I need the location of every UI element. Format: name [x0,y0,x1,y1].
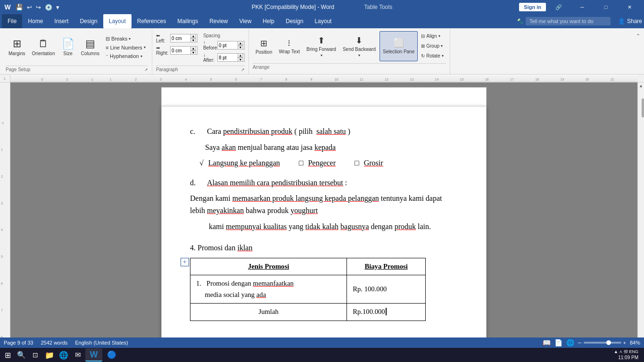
undo-icon[interactable]: ↩ [25,3,33,12]
statusbar: Page 9 of 33 2542 words English (United … [0,337,644,348]
tell-me-input[interactable] [526,17,611,25]
redo-icon[interactable]: ↪ [34,3,42,12]
spacing-before-field[interactable] [219,43,238,48]
share-icon-title[interactable]: 🔗 [548,0,570,14]
menu-design[interactable]: Design [74,14,103,28]
taskbar-task-view[interactable]: ⊡ [29,348,42,362]
taskbar-mail[interactable]: ✉ [71,348,84,362]
menu-help[interactable]: Help [257,14,280,28]
taskbar-uplotify[interactable]: 🔵 [103,348,120,362]
zoom-track[interactable] [584,342,621,344]
taskbar-browser[interactable]: 🌐 [57,348,70,362]
menu-review[interactable]: Review [204,14,233,28]
read-mode-icon[interactable]: 📖 [543,339,551,346]
taskbar-word-app[interactable]: W [85,348,102,362]
hyphenation-button[interactable]: ⁻ Hyphenation ▾ [103,52,148,60]
menu-references[interactable]: References [132,14,172,28]
breaks-button[interactable]: ⊟ Breaks ▾ [103,35,148,43]
scroll-thumb[interactable] [642,99,644,117]
language-info: English (United States) [75,340,128,346]
page-header-strip [161,87,487,106]
columns-button[interactable]: ▤ Columns [78,33,102,63]
wrap-text-button[interactable]: ⫶ Wrap Text [276,31,303,61]
tell-me-box: 🔦 [517,17,611,25]
spacing-before-down[interactable]: ▼ [238,45,243,49]
indent-right-down[interactable]: ▼ [190,50,196,55]
menu-insert[interactable]: Insert [49,14,74,28]
spacing-after-field[interactable] [219,55,238,60]
line-numbers-button[interactable]: ≡ Line Numbers ▾ [103,44,148,51]
columns-icon: ▤ [85,39,95,49]
bring-forward-button[interactable]: ⬆ Bring Forward ▾ [304,31,339,61]
taskbar-file-explorer[interactable]: 📁 [43,348,56,362]
spacing-before-input[interactable]: ▲ ▼ [217,41,245,49]
selection-pane-button[interactable]: ⬜ Selection Pane [380,31,418,61]
group-button[interactable]: ⊞ Group ▾ [419,41,446,50]
indent-left-field[interactable] [172,36,190,41]
cell-jumlah-value[interactable]: Rp.100.000 [347,304,426,321]
spacing-after-down[interactable]: ▼ [238,58,243,62]
menu-file[interactable]: File [2,14,22,28]
indent-left-down[interactable]: ▼ [190,38,196,42]
taskbar-search[interactable]: 🔍 [15,348,28,362]
vertical-scrollbar[interactable]: ▲ ▼ [637,82,644,350]
arrange-label: Arrange [253,63,446,71]
maximize-button[interactable]: □ [595,0,617,14]
page-setup-expand-icon[interactable]: ↗ [144,67,148,72]
close-button[interactable]: ✕ [619,0,640,14]
sign-in-button[interactable]: Sign in [519,3,546,11]
orientation-button[interactable]: 🗒 Orientation [29,33,58,63]
cell-biaya[interactable]: Rp. 100.000 [347,275,426,304]
start-button[interactable]: ⊞ [2,350,14,361]
cell-jenis[interactable]: 1. Promosi dengan memanfaatkan media soc… [190,275,347,304]
margins-button[interactable]: ⊞ Margins [6,33,28,63]
send-backward-button[interactable]: ⬇ Send Backward ▾ [340,31,379,61]
table-add-row-button[interactable]: + [181,258,189,266]
ruler-num: 9 [310,78,312,81]
ruler-num: ·2 [66,78,68,81]
scroll-up-button[interactable]: ▲ [638,82,644,89]
menu-home[interactable]: Home [22,14,49,28]
indent-left-up[interactable]: ▲ [190,34,196,38]
menu-mailings[interactable]: Mailings [172,14,204,28]
indent-right-up[interactable]: ▲ [190,46,196,50]
zoom-control[interactable]: ─ + [578,340,626,346]
indent-right-field[interactable] [172,48,190,53]
menu-table-design[interactable]: Design [280,14,309,28]
paragraph-expand-icon[interactable]: ↗ [241,67,245,72]
spacing-after-up[interactable]: ▲ [238,53,243,58]
checkbox-grosir: □ Grosir [355,157,383,169]
share-button[interactable]: 👤 Share [618,18,642,25]
document-area[interactable]: c. Cara pendistribusian produk ( pilih s… [10,82,637,350]
word-count: 2542 words [41,340,67,346]
zoom-percentage[interactable]: 84% [630,340,640,346]
minimize-button[interactable]: ─ [571,0,593,14]
collapse-ribbon-button[interactable]: ⌃ [634,31,642,41]
spacing-after-row: ↓ After: ▲ ▼ [203,52,245,63]
spacing-after-input[interactable]: ▲ ▼ [217,53,245,62]
spacing-before-up[interactable]: ▲ [238,41,243,45]
rotate-button[interactable]: ↻ Rotate ▾ [419,51,446,60]
taskbar-time-area[interactable]: ▲ ∧ 仰 ENG 11:09 PM [610,349,642,361]
disk-icon[interactable]: 💿 [43,3,54,12]
zoom-out-icon[interactable]: ─ [578,340,582,346]
line-numbers-icon: ≡ [106,45,108,50]
col-jenis-promosi: Jenis Promosi [190,258,347,275]
align-button[interactable]: ⊟ Align ▾ [419,31,446,41]
item-d-letter: d. [190,177,199,189]
indent-left-input[interactable]: ▲ ▼ [170,34,198,42]
position-button[interactable]: ⊞ Position [253,31,275,61]
menu-table-layout[interactable]: Layout [309,14,337,28]
menu-layout[interactable]: Layout [103,14,132,28]
item-c-block: c. Cara pendistribusian produk ( pilih s… [190,125,458,169]
hyphenation-icon: ⁻ [106,53,108,59]
indent-right-input[interactable]: ▲ ▼ [170,46,198,55]
zoom-in-icon[interactable]: + [623,340,626,346]
save-icon[interactable]: 💾 [14,3,25,12]
print-layout-icon[interactable]: 📄 [554,339,562,346]
position-icon: ⊞ [260,38,267,49]
menu-view[interactable]: View [234,14,257,28]
size-button[interactable]: 📄 Size [59,33,77,63]
web-layout-icon[interactable]: 🌐 [566,339,574,346]
customize-icon[interactable]: ▾ [55,3,61,12]
